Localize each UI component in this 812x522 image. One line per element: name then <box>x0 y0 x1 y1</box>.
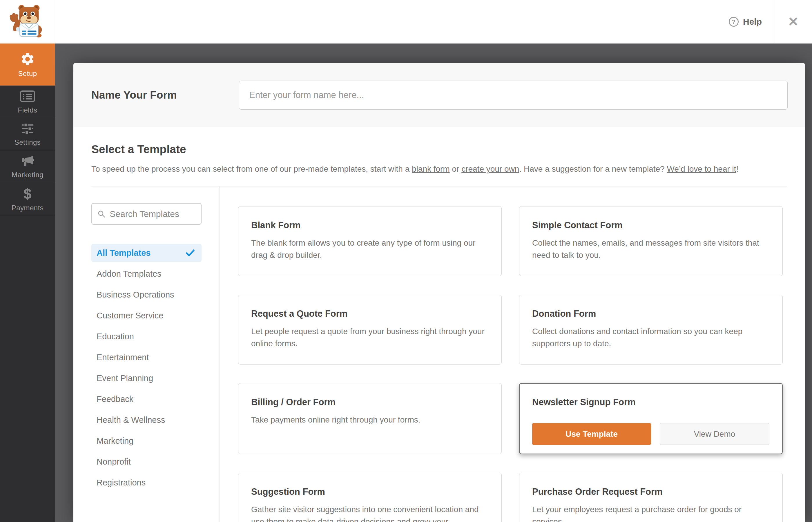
name-your-form-title: Name Your Form <box>92 89 177 101</box>
setup-panel: Name Your Form Select a Template To spee… <box>73 63 805 522</box>
wpforms-bear-mascot-icon <box>9 3 46 40</box>
form-fields-icon <box>19 89 36 103</box>
form-name-input[interactable] <box>239 81 788 109</box>
sidebar-item-payments[interactable]: $ Payments <box>0 183 55 216</box>
category-label: Education <box>97 332 134 341</box>
category-addon-templates[interactable]: Addon Templates <box>92 265 202 283</box>
template-description: Gather site visitor suggestions into one… <box>251 503 489 522</box>
sidebar-item-label: Marketing <box>12 171 43 179</box>
category-label: Customer Service <box>97 311 163 320</box>
sidebar-item-fields[interactable]: Fields <box>0 85 55 118</box>
template-card-simple-contact-form[interactable]: Simple Contact Form Collect the names, e… <box>519 206 783 276</box>
category-customer-service[interactable]: Customer Service <box>92 306 202 324</box>
intro-part3: . Have a suggestion for a new template? <box>519 164 667 174</box>
template-name: Newsletter Signup Form <box>532 397 770 407</box>
template-intro-text: To speed up the process you can select f… <box>92 163 787 175</box>
template-name: Donation Form <box>532 308 770 319</box>
template-card-request-a-quote-form[interactable]: Request a Quote Form Let people request … <box>238 295 502 364</box>
template-card-purchase-order-request-form[interactable]: Purchase Order Request Form Let your emp… <box>519 473 783 522</box>
help-button[interactable]: ? Help <box>729 17 762 27</box>
search-icon <box>98 210 105 218</box>
category-label: Nonprofit <box>97 457 131 467</box>
sidebar-item-label: Fields <box>18 106 37 114</box>
help-label: Help <box>743 17 762 27</box>
category-nonprofit[interactable]: Nonprofit <box>92 453 202 471</box>
category-education[interactable]: Education <box>92 327 202 345</box>
sidebar-item-setup[interactable]: Setup <box>0 43 55 85</box>
sidebar-item-settings[interactable]: Settings <box>0 118 55 150</box>
category-label: Entertainment <box>97 353 149 362</box>
intro-part4: ! <box>736 164 739 174</box>
view-demo-button[interactable]: View Demo <box>660 423 769 445</box>
sliders-icon <box>19 122 36 136</box>
top-bar: ? Help ✕ <box>55 0 812 43</box>
search-templates-box <box>92 203 202 225</box>
dollar-icon: $ <box>23 186 32 201</box>
category-label: Feedback <box>97 395 134 404</box>
select-template-title: Select a Template <box>92 127 787 156</box>
select-template-section: Select a Template To speed up the proces… <box>73 127 805 522</box>
sidebar-item-label: Payments <box>12 204 44 212</box>
suggestion-link[interactable]: We’d love to hear it <box>667 164 736 174</box>
close-icon: ✕ <box>788 15 799 28</box>
category-label: Event Planning <box>97 374 153 383</box>
category-label: Registrations <box>97 478 146 487</box>
template-filter-column: All Templates Addon Templates Business O… <box>92 186 220 522</box>
search-templates-input[interactable] <box>109 209 195 219</box>
sidebar-item-label: Setup <box>18 69 37 78</box>
template-description: Take payments online right through your … <box>251 414 489 426</box>
category-all-templates[interactable]: All Templates <box>92 244 202 262</box>
intro-part2: or <box>450 164 461 174</box>
template-card-billing-order-form[interactable]: Billing / Order Form Take payments onlin… <box>238 383 502 454</box>
category-registrations[interactable]: Registrations <box>92 474 202 491</box>
template-card-newsletter-signup-form[interactable]: Newsletter Signup Form Use Template View… <box>519 383 783 454</box>
category-label: All Templates <box>97 248 150 258</box>
category-label: Addon Templates <box>97 269 162 279</box>
close-builder-button[interactable]: ✕ <box>774 0 812 43</box>
template-name: Suggestion Form <box>251 487 489 497</box>
category-health-wellness[interactable]: Health & Wellness <box>92 411 202 429</box>
template-card-donation-form[interactable]: Donation Form Collect donations and cont… <box>519 295 783 364</box>
gear-icon <box>20 52 35 67</box>
template-name: Billing / Order Form <box>251 397 489 407</box>
template-description: Let your employees request a purchase or… <box>532 503 770 522</box>
template-description: The blank form allows you to create any … <box>251 237 489 261</box>
template-name: Blank Form <box>251 220 489 230</box>
question-circle-icon: ? <box>729 17 739 27</box>
template-cards-column: Blank Form The blank form allows you to … <box>220 186 787 522</box>
template-name: Request a Quote Form <box>251 308 489 319</box>
template-description: Collect donations and contact informatio… <box>532 325 770 350</box>
sidebar-item-label: Settings <box>15 138 41 146</box>
category-marketing[interactable]: Marketing <box>92 432 202 450</box>
wpforms-logo <box>0 0 55 43</box>
megaphone-icon <box>19 155 36 168</box>
name-your-form-section: Name Your Form <box>73 63 805 127</box>
template-description: Collect the names, emails, and messages … <box>532 237 770 261</box>
sidebar-item-marketing[interactable]: Marketing <box>0 150 55 183</box>
category-label: Business Operations <box>97 290 174 300</box>
check-icon <box>186 249 195 256</box>
template-description: Let people request a quote from your bus… <box>251 325 489 350</box>
template-name: Purchase Order Request Form <box>532 487 770 497</box>
template-name: Simple Contact Form <box>532 220 770 230</box>
category-entertainment[interactable]: Entertainment <box>92 348 202 366</box>
category-business-operations[interactable]: Business Operations <box>92 286 202 304</box>
use-template-button[interactable]: Use Template <box>532 423 651 445</box>
category-feedback[interactable]: Feedback <box>92 390 202 408</box>
category-label: Health & Wellness <box>97 415 165 425</box>
template-category-list: All Templates Addon Templates Business O… <box>92 244 202 491</box>
builder-sidebar: Setup Fields Settings Marketing <box>0 43 55 522</box>
create-your-own-link[interactable]: create your own <box>461 164 519 174</box>
category-event-planning[interactable]: Event Planning <box>92 369 202 387</box>
category-label: Marketing <box>97 436 134 446</box>
template-card-suggestion-form[interactable]: Suggestion Form Gather site visitor sugg… <box>238 473 502 522</box>
template-card-blank-form[interactable]: Blank Form The blank form allows you to … <box>238 206 502 276</box>
blank-form-link[interactable]: blank form <box>412 164 450 174</box>
intro-part1: To speed up the process you can select f… <box>92 164 412 174</box>
